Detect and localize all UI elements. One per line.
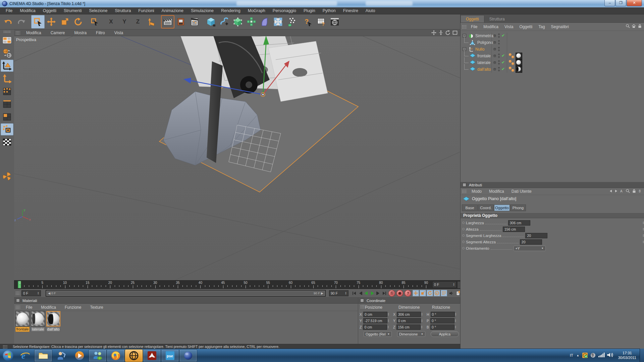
network-icon[interactable]: [598, 352, 605, 358]
coord-input[interactable]: -27.519 cm: [363, 318, 387, 323]
attr-tab-base[interactable]: Base: [462, 204, 478, 211]
coord-spinner[interactable]: ▲▼: [421, 313, 423, 316]
key-position-icon[interactable]: [413, 290, 419, 296]
scatter-icon[interactable]: [285, 15, 298, 28]
current-frame-box[interactable]: 0 F▲▼: [432, 281, 457, 288]
tree-row-frontale[interactable]: frontale✔: [461, 53, 644, 59]
render-view-icon[interactable]: [161, 15, 174, 28]
drag-handle[interactable]: [462, 189, 467, 193]
environment-icon[interactable]: [271, 15, 285, 28]
viewport-menu-modifica[interactable]: Modifica: [21, 30, 46, 36]
menu-oggetti[interactable]: Oggetti: [39, 8, 60, 14]
start-orb[interactable]: [0, 349, 16, 362]
app-sphere-icon[interactable]: [179, 350, 197, 362]
lock-x-axis-icon[interactable]: X: [104, 15, 118, 28]
enable-snap-icon[interactable]: [1, 123, 13, 135]
lock-y-axis-icon[interactable]: Y: [118, 15, 131, 28]
render-dot-bottom[interactable]: [498, 43, 500, 45]
visibility-dot[interactable]: [493, 55, 496, 57]
render-dot-top[interactable]: [498, 54, 500, 55]
enabled-checkmark[interactable]: ✔: [501, 67, 505, 71]
close-button[interactable]: ✕: [627, 0, 642, 6]
live-selection-icon[interactable]: [31, 15, 45, 28]
coordinate-system-icon[interactable]: [145, 15, 158, 28]
firefox-icon[interactable]: [107, 350, 124, 362]
render-dot-bottom[interactable]: [498, 56, 500, 58]
attr-spinner[interactable]: ▲▼: [642, 228, 644, 231]
viewport-toggle-view-icon[interactable]: [452, 30, 458, 35]
coord-input[interactable]: 0 cm: [363, 324, 387, 330]
drag-handle[interactable]: [15, 291, 20, 295]
key-parameter-icon[interactable]: P: [434, 290, 440, 296]
texture-tag-icon[interactable]: [512, 69, 514, 72]
home-icon[interactable]: [632, 24, 636, 28]
search-icon[interactable]: [626, 24, 630, 28]
render-dot-bottom[interactable]: [498, 70, 500, 71]
prev-key-icon[interactable]: [357, 290, 363, 296]
attr-spinner[interactable]: ▲▼: [642, 240, 644, 244]
visibility-dot[interactable]: [493, 61, 496, 64]
coord-spinner[interactable]: ▲▼: [387, 319, 389, 322]
undo-icon[interactable]: [1, 15, 15, 28]
key-rotation-icon[interactable]: [427, 290, 433, 296]
key-ring[interactable]: [462, 228, 465, 230]
viewport-canvas[interactable]: y x z: [14, 29, 460, 280]
attr-value-input[interactable]: 20: [525, 233, 547, 238]
viewport-orbit-view-icon[interactable]: [445, 30, 450, 35]
enabled-checkmark[interactable]: ✔: [501, 33, 505, 38]
move-icon[interactable]: [45, 15, 58, 28]
coord-input[interactable]: 156 cm: [396, 324, 421, 330]
viewport-zoom-view-icon[interactable]: [438, 30, 443, 35]
menu-strumenti[interactable]: Strumenti: [60, 8, 86, 14]
menu-selezione[interactable]: Selezione: [86, 8, 111, 14]
texture-tag-icon[interactable]: [512, 56, 514, 58]
om-menu-modifica[interactable]: Modifica: [480, 24, 501, 29]
spline-pen-icon[interactable]: [218, 15, 231, 28]
material-item[interactable]: frontale: [15, 311, 30, 332]
viewport-camera-label[interactable]: Prospettiva: [16, 38, 36, 42]
materials-menu-texture[interactable]: Texture: [86, 305, 107, 310]
object-name[interactable]: frontale: [477, 54, 491, 58]
antivirus-icon[interactable]: [582, 352, 588, 358]
taskbar-clock[interactable]: 17:31 30/03/2011: [618, 351, 636, 360]
material-name[interactable]: dall'alto: [46, 327, 60, 332]
enabled-checkmark[interactable]: ✔: [501, 60, 505, 65]
attr-tab-oggetto[interactable]: Oggetto: [494, 204, 510, 211]
language-indicator[interactable]: IT: [570, 353, 573, 357]
coord-spinner[interactable]: ▲▼: [454, 319, 457, 322]
render-dot-top[interactable]: [498, 47, 500, 49]
tree-row-dall-alto[interactable]: dall'alto✔: [461, 66, 644, 73]
play-forward-icon[interactable]: [369, 290, 375, 296]
internet-explorer-icon[interactable]: e: [16, 350, 34, 362]
orientation-dropdown[interactable]: +Y▼: [514, 246, 546, 251]
coord-spinner[interactable]: ▲▼: [387, 313, 389, 316]
key-pla-icon[interactable]: [441, 290, 447, 296]
solo-icon[interactable]: [448, 290, 454, 296]
object-axis-mode-icon[interactable]: [1, 72, 13, 84]
coord-dropdown[interactable]: Dimensione▼: [397, 331, 425, 337]
key-ring[interactable]: [462, 247, 465, 249]
material-item[interactable]: dall'alto: [46, 311, 60, 332]
record-key-icon[interactable]: ⚿: [388, 290, 395, 297]
viewport-menu-vista[interactable]: Vista: [110, 30, 128, 36]
drag-handle[interactable]: [15, 305, 20, 309]
lock-z-axis-icon[interactable]: Z: [131, 15, 145, 28]
render-dot-bottom[interactable]: [498, 63, 500, 65]
goto-end-icon[interactable]: [381, 290, 387, 296]
material-thumbnail[interactable]: [46, 311, 60, 326]
windows-explorer-icon[interactable]: [35, 350, 52, 362]
material-tag-thumbnail[interactable]: [516, 66, 522, 73]
menu-rendering[interactable]: Rendering: [217, 8, 244, 14]
volume-icon[interactable]: [607, 352, 613, 358]
menu-aiuto[interactable]: Aiuto: [362, 8, 379, 14]
menu-finestre[interactable]: Finestre: [339, 8, 362, 14]
menu-python[interactable]: Python: [319, 8, 339, 14]
coord-spinner[interactable]: ▲▼: [454, 325, 457, 329]
photoshop-elements-icon[interactable]: pse: [161, 350, 179, 362]
polygons-mode-icon[interactable]: [1, 111, 13, 123]
key-ring[interactable]: [462, 222, 465, 224]
om-menu-segnalibri[interactable]: Segnalibri: [548, 24, 572, 29]
padlock-icon[interactable]: [638, 24, 642, 28]
render-dot-top[interactable]: [498, 67, 500, 69]
object-name[interactable]: Simmetria: [475, 34, 493, 38]
